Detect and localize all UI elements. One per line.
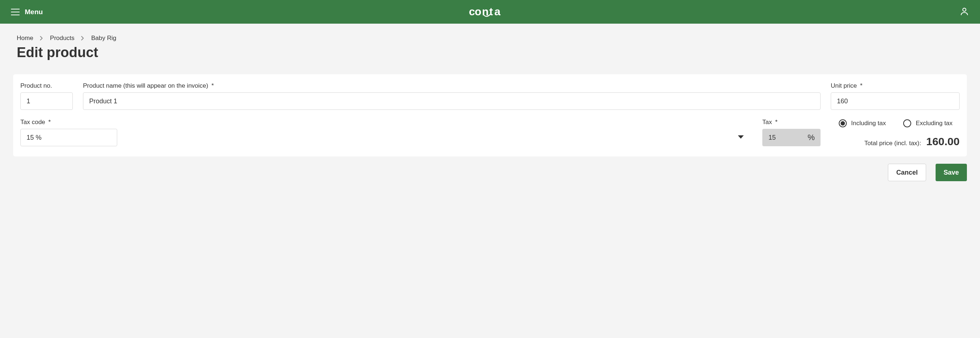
app-header: Menu c o n t a [0,0,980,24]
breadcrumb-products[interactable]: Products [50,35,74,42]
breadcrumb-home[interactable]: Home [17,35,33,42]
radio-icon [839,119,847,127]
including-tax-radio[interactable]: Including tax [839,119,886,127]
tax-mode-radio-group: Including tax Excluding tax [831,119,959,127]
tax-code-label: Tax code * [21,119,752,126]
total-price-value: 160.00 [926,135,959,148]
unit-price-label: Unit price * [831,82,959,89]
tax-code-select-wrap [21,129,752,146]
svg-text:c: c [469,6,475,17]
svg-text:o: o [475,6,481,17]
total-price-label: Total price (incl. tax): [864,140,921,147]
save-button[interactable]: Save [935,164,967,181]
price-summary-column: Including tax Excluding tax Total price … [831,119,959,148]
radio-icon [903,119,911,127]
menu-button[interactable]: Menu [11,8,43,16]
svg-point-5 [963,8,966,11]
user-icon [959,6,969,16]
unit-price-input[interactable] [831,92,959,110]
required-asterisk: * [212,82,214,89]
tax-code-field: Tax code * [21,119,752,148]
tax-label-text: Tax [762,119,772,125]
required-asterisk: * [860,82,863,89]
product-name-label: Product name (this will appear on the in… [83,82,821,89]
chevron-right-icon [81,36,84,41]
breadcrumb: Home Products Baby Rig [17,35,963,42]
product-name-field: Product name (this will appear on the in… [83,82,821,110]
breadcrumb-current: Baby Rig [91,35,116,42]
tax-label: Tax * [762,119,821,126]
page-title: Edit product [17,45,963,60]
cancel-button[interactable]: Cancel [888,164,926,181]
action-bar: Cancel Save [0,156,980,189]
unit-price-field: Unit price * [831,82,959,110]
product-no-label: Product no. [21,82,73,89]
product-no-field: Product no. [21,82,73,110]
menu-label: Menu [25,8,43,16]
edit-product-card: Product no. Product name (this will appe… [13,74,967,156]
page-head: Home Products Baby Rig Edit product [0,24,980,64]
tax-field: Tax * % [762,119,821,148]
user-menu-button[interactable] [959,6,969,17]
hamburger-icon [11,9,20,15]
product-no-input[interactable] [21,92,73,110]
percent-icon: % [807,133,815,142]
svg-text:a: a [494,6,501,17]
total-price-row: Total price (incl. tax): 160.00 [831,135,959,148]
product-name-input[interactable] [83,92,821,110]
required-asterisk: * [775,119,778,125]
required-asterisk: * [48,119,51,125]
svg-text:t: t [489,6,493,17]
chevron-down-icon [738,134,744,141]
excluding-tax-label: Excluding tax [916,120,952,127]
row-2: Tax code * Tax * % [21,119,959,148]
tax-input-wrap: % [762,129,821,146]
brand-logo[interactable]: c o n t a [469,6,511,18]
excluding-tax-radio[interactable]: Excluding tax [903,119,952,127]
unit-price-label-text: Unit price [831,82,857,89]
conta-logo-icon: c o n t a [469,6,511,18]
tax-code-label-text: Tax code [21,119,45,125]
tax-code-select[interactable] [21,129,117,146]
product-name-label-text: Product name (this will appear on the in… [83,82,208,89]
row-1: Product no. Product name (this will appe… [21,82,959,110]
chevron-right-icon [40,36,43,41]
including-tax-label: Including tax [851,120,886,127]
